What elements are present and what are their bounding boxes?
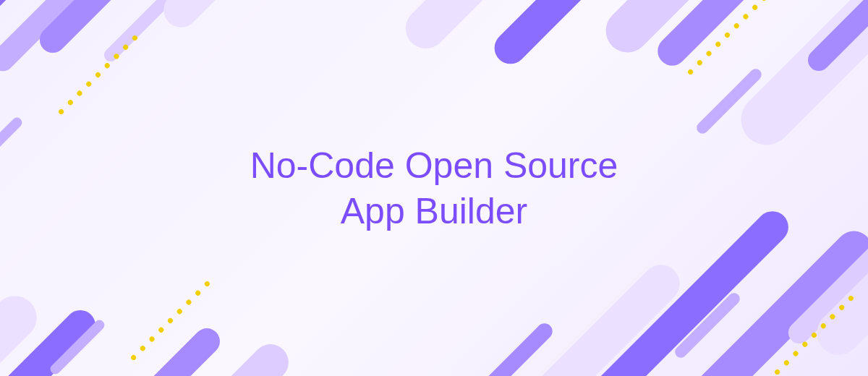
decorative-stripe <box>0 116 24 174</box>
hero-banner: No-Code Open Source App Builder <box>0 0 868 376</box>
banner-title: No-Code Open Source App Builder <box>250 143 618 234</box>
title-line-1: No-Code Open Source <box>250 145 618 186</box>
decorative-stripe <box>156 0 283 35</box>
decorative-stripe <box>473 320 556 376</box>
decorative-stripe <box>101 0 172 64</box>
title-line-2: App Builder <box>341 190 528 231</box>
decorative-dots <box>58 35 139 116</box>
decorative-stripe <box>105 323 226 376</box>
